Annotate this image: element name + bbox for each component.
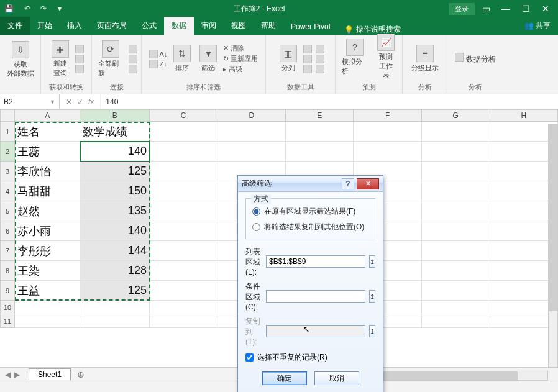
col-header-c[interactable]: C: [150, 109, 218, 122]
get-external-data-button[interactable]: ⇩获取 外部数据: [4, 40, 37, 80]
whatif-button[interactable]: ?模拟分析: [339, 37, 370, 77]
chevron-down-icon[interactable]: ▼: [50, 99, 55, 105]
cell[interactable]: [422, 122, 490, 142]
tab-insert[interactable]: 插入: [60, 17, 89, 35]
cell[interactable]: 马甜甜: [15, 181, 81, 201]
collapse-dialog-icon[interactable]: ↥: [369, 290, 375, 303]
properties-button[interactable]: [129, 55, 137, 63]
cell[interactable]: [15, 301, 81, 314]
row-header[interactable]: 11: [0, 314, 15, 328]
cell[interactable]: [286, 122, 354, 142]
tab-file[interactable]: 文件: [0, 17, 30, 35]
cell[interactable]: [80, 314, 150, 328]
recent-sources-button[interactable]: [75, 65, 84, 73]
advanced-filter-button[interactable]: ▸ 高级: [223, 65, 258, 74]
reapply-button[interactable]: ↻ 重新应用: [223, 54, 258, 63]
tab-powerpivot[interactable]: Power Pivot: [283, 19, 338, 35]
cell[interactable]: [422, 181, 490, 201]
cell[interactable]: 王蕊: [15, 142, 81, 162]
sort-asc-button[interactable]: A↓: [149, 50, 168, 58]
cell[interactable]: 144: [80, 241, 150, 261]
row-header[interactable]: 3: [0, 162, 15, 181]
col-header-e[interactable]: E: [286, 109, 354, 122]
cell[interactable]: 王染: [15, 261, 81, 281]
close-icon[interactable]: ✕: [357, 178, 379, 189]
filter-button[interactable]: ▼筛选: [197, 43, 219, 74]
cell[interactable]: 王益: [15, 281, 81, 301]
cell[interactable]: 数学成绩: [80, 122, 150, 142]
cell[interactable]: 125: [80, 162, 150, 181]
forecast-button[interactable]: 📈预测 工作表: [374, 32, 398, 81]
tab-home[interactable]: 开始: [30, 17, 60, 35]
tab-formulas[interactable]: 公式: [134, 17, 164, 35]
col-header-g[interactable]: G: [422, 109, 490, 122]
name-box[interactable]: B2▼: [0, 94, 60, 109]
refresh-all-button[interactable]: ⟳全部刷新: [96, 39, 125, 79]
cell[interactable]: [354, 122, 422, 142]
clear-filter-button[interactable]: ✕ 清除: [223, 43, 258, 53]
help-icon[interactable]: ?: [342, 178, 354, 189]
cell[interactable]: [150, 281, 218, 301]
text-to-columns-button[interactable]: ▥分列: [277, 43, 300, 74]
list-range-input[interactable]: [266, 255, 365, 268]
show-queries-button[interactable]: [75, 45, 84, 53]
dialog-titlebar[interactable]: 高级筛选 ? ✕: [238, 176, 383, 192]
sheet-nav-next[interactable]: ▶: [14, 370, 20, 379]
cell[interactable]: [150, 181, 218, 201]
ribbon-display-icon[interactable]: ▭: [477, 1, 495, 16]
horizontal-scrollbar[interactable]: [355, 371, 548, 381]
ok-button[interactable]: 确定: [262, 371, 307, 385]
formula-input[interactable]: 140: [101, 94, 558, 109]
cell[interactable]: [150, 201, 218, 221]
redo-icon[interactable]: ↷: [37, 2, 50, 15]
row-header[interactable]: 5: [0, 201, 15, 221]
outline-button[interactable]: ≡分级显示: [409, 43, 441, 74]
cell-active[interactable]: 140: [80, 142, 150, 162]
tab-help[interactable]: 帮助: [254, 17, 283, 35]
cell[interactable]: [422, 142, 490, 162]
radio-copy-other[interactable]: 将筛选结果复制到其他位置(O): [251, 219, 370, 235]
vertical-scrollbar[interactable]: [548, 124, 558, 367]
connections-button[interactable]: [129, 45, 137, 53]
cell[interactable]: 姓名: [15, 122, 81, 142]
cell[interactable]: [422, 281, 490, 301]
sort-button[interactable]: ⇅排序: [171, 43, 193, 74]
confirm-edit-icon[interactable]: ✓: [77, 98, 83, 106]
row-header[interactable]: 10: [0, 301, 15, 314]
sheet-tab[interactable]: Sheet1: [29, 368, 71, 380]
cell[interactable]: 135: [80, 201, 150, 221]
row-header[interactable]: 6: [0, 221, 15, 241]
cell[interactable]: [422, 261, 490, 281]
tab-data[interactable]: 数据: [164, 17, 194, 35]
minimize-icon[interactable]: —: [497, 1, 515, 16]
close-icon[interactable]: ✕: [537, 1, 554, 16]
radio-filter-in-place[interactable]: 在原有区域显示筛选结果(F): [251, 204, 370, 219]
criteria-range-input[interactable]: [266, 290, 365, 303]
cell[interactable]: [15, 314, 81, 328]
qat-dropdown-icon[interactable]: ▾: [53, 2, 66, 15]
add-sheet-button[interactable]: ⊕: [71, 370, 91, 380]
data-analysis-button[interactable]: 数据分析: [455, 53, 495, 65]
cell[interactable]: 128: [80, 261, 150, 281]
cell[interactable]: 李彤彤: [15, 241, 81, 261]
cancel-edit-icon[interactable]: ✕: [66, 98, 72, 106]
cell[interactable]: [150, 314, 218, 328]
cell[interactable]: [80, 301, 150, 314]
edit-links-button[interactable]: [129, 65, 137, 73]
sheet-nav-prev[interactable]: ◀: [5, 370, 11, 379]
cell[interactable]: [150, 241, 218, 261]
unique-records-checkbox[interactable]: 选择不重复的记录(R): [245, 349, 375, 368]
cell[interactable]: [217, 122, 286, 142]
row-header[interactable]: 1: [0, 122, 15, 142]
cell[interactable]: [354, 142, 422, 162]
cell[interactable]: [422, 241, 490, 261]
col-header-b[interactable]: B: [80, 109, 150, 122]
cell[interactable]: [422, 221, 490, 241]
cell[interactable]: [150, 221, 218, 241]
row-header[interactable]: 9: [0, 281, 15, 301]
col-header-a[interactable]: A: [15, 109, 81, 122]
col-header-d[interactable]: D: [217, 109, 286, 122]
cell[interactable]: 125: [80, 281, 150, 301]
sort-desc-button[interactable]: Z↓: [149, 60, 168, 68]
cell[interactable]: 150: [80, 181, 150, 201]
